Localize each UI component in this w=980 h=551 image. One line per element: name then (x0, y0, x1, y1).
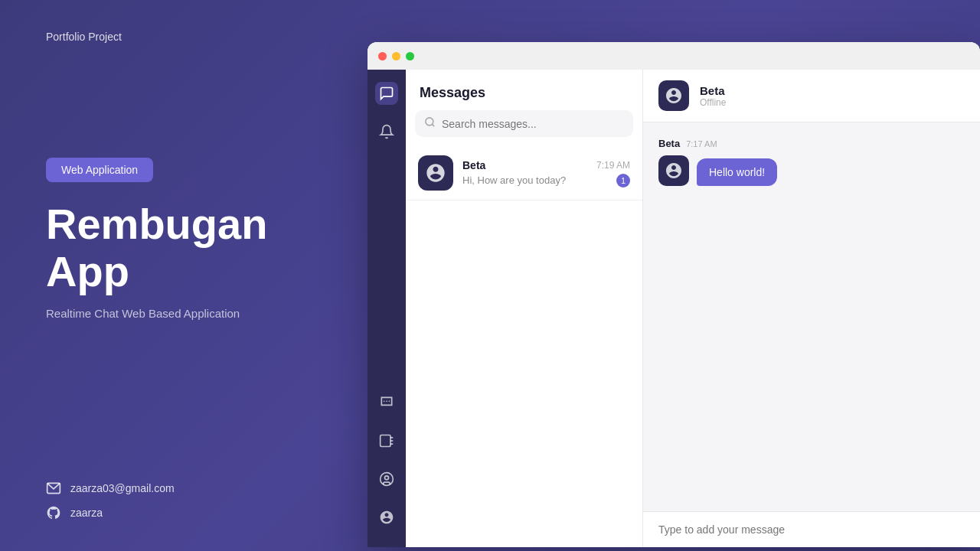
svg-point-9 (385, 476, 389, 480)
email-item: zaarza03@gmail.com (46, 481, 322, 496)
window-titlebar (368, 42, 980, 70)
portfolio-label: Portfolio Project (46, 31, 322, 43)
message-group-beta: Beta 7:17 AM Hello world! (658, 138, 965, 186)
sidebar-icon-profile[interactable] (375, 506, 398, 529)
message-avatar (658, 155, 689, 186)
chat-messages: Beta 7:17 AM Hello world! (643, 122, 980, 511)
window-body: Messages (368, 70, 980, 547)
sidebar (368, 70, 406, 547)
chat-input-area (643, 511, 980, 547)
sidebar-icon-notifications[interactable] (375, 120, 398, 143)
conv-preview: Hi, How are you today? (462, 174, 566, 186)
chat-header-info: Beta Offline (700, 84, 726, 108)
message-time: 7:17 AM (686, 139, 717, 148)
sidebar-icon-group[interactable] (375, 468, 398, 491)
chat-contact-name: Beta (700, 84, 726, 97)
dot-minimize[interactable] (392, 52, 400, 60)
message-sender-row: Beta 7:17 AM (658, 138, 965, 149)
sidebar-icon-chat-bubble[interactable] (375, 391, 398, 414)
dot-close[interactable] (378, 52, 387, 60)
unread-badge: 1 (616, 174, 630, 187)
search-input[interactable] (442, 118, 624, 130)
app-window: Messages (368, 42, 980, 547)
messages-panel: Messages (406, 70, 643, 547)
message-bubble: Hello world! (697, 158, 777, 186)
left-panel: Portfolio Project Web Application Rembug… (0, 0, 368, 551)
chat-avatar (658, 80, 689, 111)
app-subtitle: Realtime Chat Web Based Application (46, 307, 322, 320)
message-row: Hello world! (658, 155, 965, 186)
search-icon (424, 116, 436, 131)
footer-info: zaarza03@gmail.com zaarza (46, 481, 322, 520)
svg-rect-4 (381, 435, 390, 447)
chat-input[interactable] (658, 523, 965, 536)
github-item: zaarza (46, 505, 322, 520)
search-bar[interactable] (415, 110, 633, 137)
github-text: zaarza (70, 507, 103, 519)
conv-info-beta: Beta 7:19 AM Hi, How are you today? 1 (462, 159, 630, 187)
svg-point-10 (426, 118, 433, 126)
svg-line-11 (432, 124, 434, 126)
avatar-beta (418, 155, 453, 191)
sidebar-icon-messages[interactable] (375, 82, 398, 105)
conversation-item-beta[interactable]: Beta 7:19 AM Hi, How are you today? 1 (406, 146, 642, 201)
svg-point-2 (386, 401, 387, 403)
conv-time: 7:19 AM (596, 160, 630, 171)
messages-header: Messages (406, 70, 642, 110)
svg-point-1 (384, 401, 385, 403)
chat-header: Beta Offline (643, 70, 980, 122)
svg-point-3 (389, 401, 390, 403)
tag-button[interactable]: Web Application (46, 158, 153, 182)
email-icon (46, 481, 61, 496)
sidebar-middle-icons (375, 391, 398, 491)
github-icon (46, 505, 61, 520)
sidebar-icon-contacts[interactable] (375, 429, 398, 452)
message-sender-name: Beta (658, 138, 680, 149)
dot-maximize[interactable] (406, 52, 414, 60)
chat-panel: Beta Offline Beta 7:17 AM (643, 70, 980, 547)
email-text: zaarza03@gmail.com (70, 482, 175, 494)
conv-name: Beta (462, 159, 485, 171)
conversation-list: Beta 7:19 AM Hi, How are you today? 1 (406, 146, 642, 547)
main-content: Web Application Rembugan App Realtime Ch… (46, 43, 322, 481)
sidebar-bottom (375, 506, 398, 535)
sidebar-top (375, 82, 398, 143)
app-title: Rembugan App (46, 201, 322, 295)
chat-status: Offline (700, 97, 726, 108)
